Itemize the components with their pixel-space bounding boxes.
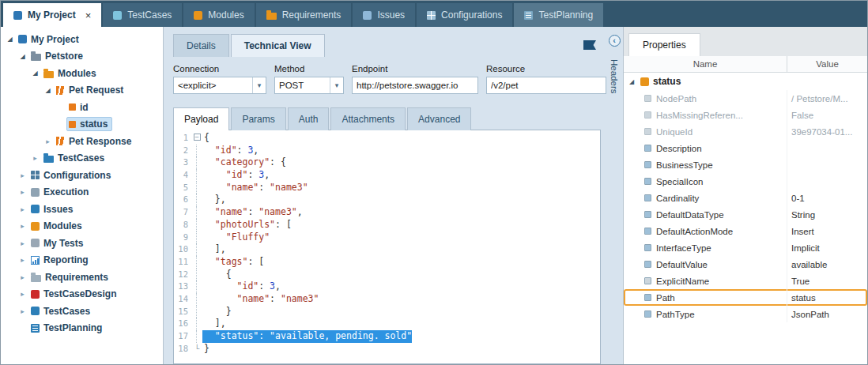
tree-collapsed-arrow-icon[interactable]: ▸: [17, 205, 28, 213]
tree-collapsed-arrow-icon[interactable]: ▸: [17, 188, 28, 196]
top-tab-requirements[interactable]: Requirements: [256, 3, 352, 27]
code-line-16[interactable]: 16 ],: [174, 318, 600, 330]
tree-item-reporting[interactable]: ▸Reporting: [1, 252, 163, 269]
subtab-params[interactable]: Params: [231, 107, 285, 130]
code-line-17[interactable]: 17 "status": "available, pending. sold": [174, 330, 600, 343]
tree-expanded-arrow-icon[interactable]: ◢: [4, 36, 16, 43]
tree-collapsed-arrow-icon[interactable]: ▸: [17, 307, 28, 315]
tree-collapsed-arrow-icon[interactable]: ▸: [17, 222, 28, 230]
code-line-1[interactable]: 1−{: [174, 132, 600, 145]
property-row-nodepath[interactable]: NodePath/ Petstore/M...: [624, 90, 867, 107]
fold-minus-icon[interactable]: −: [194, 134, 201, 141]
line-number[interactable]: 2: [174, 145, 191, 157]
tab-technical-view[interactable]: Technical View: [231, 34, 325, 57]
line-number[interactable]: 13: [174, 280, 191, 293]
code-line-12[interactable]: 12 {: [174, 269, 600, 281]
close-tab-icon[interactable]: ×: [85, 9, 92, 21]
property-row-description[interactable]: Description: [624, 140, 867, 156]
tree-item-pet-response[interactable]: ▸Pet Response: [1, 133, 163, 150]
tree-item-my-tests[interactable]: ▸My Tests: [1, 235, 163, 252]
code-line-18[interactable]: 18└}: [174, 343, 600, 356]
property-row-defaultactionmode[interactable]: DefaultActionModeInsert: [624, 223, 867, 239]
subtab-payload[interactable]: Payload: [173, 107, 229, 130]
property-row-interfacetype[interactable]: InterfaceTypeImplicit: [624, 239, 867, 256]
collapse-headers-icon[interactable]: ‹: [609, 35, 621, 47]
top-tab-configurations[interactable]: Configurations: [417, 3, 512, 27]
code-line-4[interactable]: 4 "id": 3,: [174, 169, 600, 182]
tree-item-testplanning[interactable]: TestPlanning: [1, 320, 163, 337]
method-select[interactable]: POST ▾: [274, 77, 344, 94]
code-line-6[interactable]: 6 },: [174, 194, 600, 206]
line-number[interactable]: 14: [174, 293, 191, 306]
tree-item-execution[interactable]: ▸Execution: [1, 184, 163, 201]
tree-collapsed-arrow-icon[interactable]: ▸: [17, 273, 28, 281]
code-line-13[interactable]: 13 "id": 3,: [174, 280, 600, 293]
connection-dropdown-arrow-icon[interactable]: ▾: [252, 77, 266, 93]
line-number[interactable]: 7: [174, 206, 191, 219]
property-row-uniqueid[interactable]: UniqueId39e97034-01...: [624, 123, 867, 140]
tree-item-requirements[interactable]: ▸Requirements: [1, 269, 163, 286]
property-row-cardinality[interactable]: Cardinality0-1: [624, 190, 867, 206]
line-number[interactable]: 17: [174, 330, 191, 343]
line-number[interactable]: 1: [174, 132, 191, 145]
line-number[interactable]: 16: [174, 318, 191, 330]
tree-collapsed-arrow-icon[interactable]: ▸: [42, 137, 54, 145]
code-line-7[interactable]: 7 "name": "name3",: [174, 206, 600, 219]
line-number[interactable]: 15: [174, 306, 191, 318]
code-line-10[interactable]: 10 ],: [174, 243, 600, 256]
line-number[interactable]: 18: [174, 343, 191, 356]
tab-details[interactable]: Details: [173, 34, 229, 57]
pin-icon[interactable]: [583, 40, 596, 50]
line-number[interactable]: 6: [174, 194, 191, 206]
code-line-5[interactable]: 5 "name": "name3": [174, 182, 600, 194]
code-line-11[interactable]: 11 "tags": [: [174, 256, 600, 269]
line-number[interactable]: 11: [174, 256, 191, 269]
line-number[interactable]: 4: [174, 169, 191, 182]
top-tab-testplanning[interactable]: TestPlanning: [514, 3, 603, 27]
column-header-value[interactable]: Value: [787, 56, 867, 72]
tree-collapsed-arrow-icon[interactable]: ▸: [17, 256, 28, 264]
top-tab-my-project[interactable]: My Project×: [3, 3, 101, 27]
code-line-14[interactable]: 14 "name": "name3": [174, 293, 600, 306]
line-number[interactable]: 8: [174, 219, 191, 231]
tree-item-pet-request[interactable]: ◢Pet Request: [1, 82, 163, 100]
tree-expanded-arrow-icon[interactable]: ◢: [17, 53, 28, 60]
tree-collapsed-arrow-icon[interactable]: ▸: [17, 171, 28, 179]
tree-item-modules[interactable]: ▸Modules: [1, 218, 163, 235]
property-row-explicitname[interactable]: ExplicitNameTrue: [624, 273, 867, 289]
code-line-15[interactable]: 15 }: [174, 306, 600, 318]
property-row-path[interactable]: Pathstatus: [624, 289, 867, 306]
tree-item-id[interactable]: id: [1, 99, 163, 116]
properties-root-expanded-arrow-icon[interactable]: ◢: [627, 78, 636, 85]
tree-item-modules[interactable]: ◢Modules: [1, 65, 163, 82]
tree-item-testcases[interactable]: ▸TestCases: [1, 303, 163, 320]
property-row-pathtype[interactable]: PathTypeJsonPath: [624, 306, 867, 322]
code-line-8[interactable]: 8 "photoUrls": [: [174, 219, 600, 231]
column-header-name[interactable]: Name: [624, 56, 787, 72]
payload-editor[interactable]: 1−{2 "id": 3,3 "category": {4 "id": 3,5 …: [173, 130, 601, 364]
property-row-businesstype[interactable]: BusinessType: [624, 156, 867, 173]
tree-expanded-arrow-icon[interactable]: ◢: [29, 70, 41, 77]
tree-collapsed-arrow-icon[interactable]: ▸: [17, 290, 28, 298]
property-row-hasmissingreferen[interactable]: HasMissingReferen...False: [624, 107, 867, 123]
top-tab-issues[interactable]: Issues: [353, 3, 415, 27]
line-number[interactable]: 12: [174, 269, 191, 281]
method-dropdown-arrow-icon[interactable]: ▾: [330, 77, 343, 93]
resource-input[interactable]: [486, 77, 606, 94]
line-number[interactable]: 3: [174, 156, 191, 169]
property-row-defaultvalue[interactable]: DefaultValueavailable: [624, 256, 867, 273]
top-tab-modules[interactable]: Modules: [183, 3, 254, 27]
subtab-attachments[interactable]: Attachments: [330, 107, 406, 130]
tree-item-testcases[interactable]: ▸TestCases: [1, 150, 163, 167]
subtab-advanced[interactable]: Advanced: [407, 107, 471, 130]
headers-strip-label[interactable]: Headers: [609, 59, 619, 93]
code-line-3[interactable]: 3 "category": {: [174, 156, 600, 169]
code-line-2[interactable]: 2 "id": 3,: [174, 145, 600, 157]
tree-collapsed-arrow-icon[interactable]: ▸: [29, 154, 41, 162]
tree-item-status[interactable]: status: [1, 116, 163, 134]
endpoint-input[interactable]: [352, 77, 478, 94]
tree-expanded-arrow-icon[interactable]: ◢: [42, 87, 54, 94]
tree-item-my-project[interactable]: ◢My Project: [1, 31, 163, 48]
line-number[interactable]: 10: [174, 243, 191, 256]
line-number[interactable]: 5: [174, 182, 191, 194]
